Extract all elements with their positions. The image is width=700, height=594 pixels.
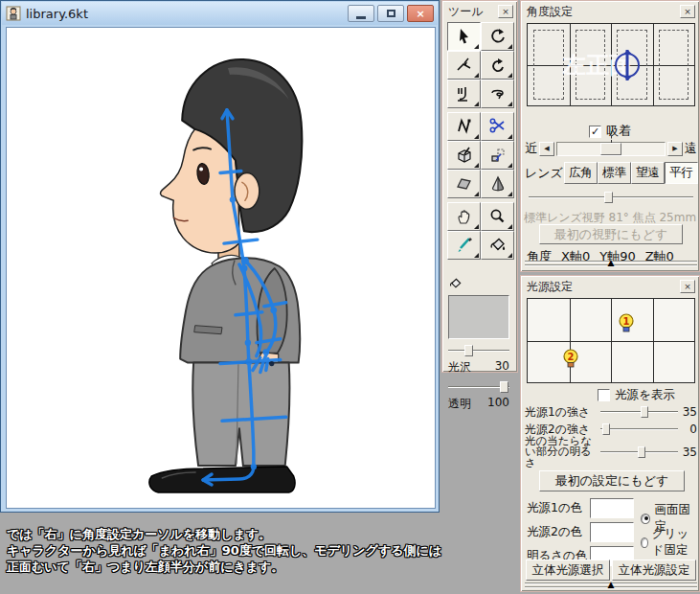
tool-palette-close-button[interactable]: ×: [498, 5, 513, 18]
close-icon: ×: [502, 8, 509, 16]
light1-color-label: 光源1の色: [527, 500, 590, 516]
light1-strength-slider[interactable]: [600, 405, 678, 419]
stereo-light-select-label: 立体光源選択: [532, 562, 604, 579]
tool-palette-title: ツール: [448, 4, 484, 20]
material-area: 光沢 30 透明 100: [448, 277, 513, 412]
close-icon: ×: [684, 283, 691, 291]
lens-standard-button[interactable]: 標準: [598, 162, 631, 184]
lens-slider-thumb[interactable]: [604, 192, 613, 203]
rotate-view-tool[interactable]: [481, 22, 514, 51]
transparency-slider-thumb[interactable]: [500, 381, 508, 393]
hand-icon: [455, 208, 474, 225]
tool-palette-titlebar[interactable]: ツール ×: [442, 1, 517, 20]
reset-view-button[interactable]: 最初の視野にもどす: [539, 224, 683, 244]
mirror-lines-icon: [455, 85, 474, 103]
close-icon: ×: [416, 8, 424, 20]
light-bulb-1[interactable]: 1: [618, 313, 635, 334]
zoom-farther-button[interactable]: ▶: [667, 142, 683, 156]
gloss-slider[interactable]: [448, 344, 509, 357]
mirror-lines-tool[interactable]: [447, 80, 481, 108]
duplicate-tool[interactable]: [481, 141, 514, 170]
lens-tele-label: 望遠: [636, 165, 660, 179]
lens-tele-button[interactable]: 望遠: [631, 162, 665, 184]
gloss-slider-thumb[interactable]: [464, 345, 473, 356]
transparency-slider[interactable]: [448, 380, 509, 394]
watermark-left: 左: [563, 50, 586, 80]
ambient-brightness-slider[interactable]: [600, 446, 678, 459]
hand-pan-tool[interactable]: [447, 202, 481, 231]
light2-slider-track[interactable]: [600, 428, 678, 430]
window-titlebar[interactable]: library.6kt ×: [2, 2, 438, 25]
transparency-value: 100: [487, 396, 509, 412]
zoom-nearer-button[interactable]: ◀: [539, 142, 554, 156]
face-quad-icon: [455, 175, 474, 193]
show-light-checkbox[interactable]: [598, 389, 610, 401]
light-panel-titlebar[interactable]: 光源設定 ×: [521, 276, 699, 295]
gloss-slider-track[interactable]: [448, 350, 509, 352]
triangle-marker-icon[interactable]: ▲: [608, 581, 615, 589]
angle-direction-grid[interactable]: 左 正面: [527, 23, 695, 106]
distance-scrollbar[interactable]: [556, 142, 666, 156]
left-arrow-icon: ◀: [544, 145, 549, 152]
lens-label: レンズ: [525, 165, 563, 182]
minimize-button[interactable]: [348, 5, 374, 22]
eyedropper-tool[interactable]: [447, 231, 481, 260]
angle-cursor[interactable]: [615, 53, 640, 78]
reset-light-settings-button[interactable]: 最初の設定にもどす: [539, 470, 685, 491]
far-label: 遠: [685, 140, 697, 157]
lasso-icon: [488, 85, 508, 103]
scissors-tool[interactable]: [481, 112, 514, 141]
lasso-tool[interactable]: [481, 80, 514, 108]
angle-panel-close-button[interactable]: ×: [680, 5, 695, 18]
light2-strength-slider[interactable]: [600, 423, 678, 436]
close-button[interactable]: ×: [407, 5, 434, 22]
window-title: library.6kt: [26, 7, 88, 21]
ambient-brightness-label: 光の当たらな い部分の明るさ: [525, 436, 600, 469]
triangle-marker-icon[interactable]: ▲: [608, 259, 615, 267]
ambient-slider-thumb[interactable]: [638, 446, 645, 458]
angle-panel-titlebar[interactable]: 角度設定 ×: [521, 1, 699, 20]
light1-slider-thumb[interactable]: [641, 406, 648, 418]
right-arrow-icon: ▶: [672, 145, 677, 152]
angle-fine-slider[interactable]: ▲: [525, 261, 697, 269]
light-bulb-2[interactable]: 2: [562, 349, 579, 370]
light-position-grid[interactable]: 1 2: [527, 298, 695, 383]
light2-slider-thumb[interactable]: [602, 423, 610, 435]
light1-slider-track[interactable]: [600, 411, 678, 413]
lens-wide-button[interactable]: 広角: [564, 162, 598, 184]
reset-light-settings-label: 最初の設定にもどす: [555, 472, 669, 490]
rotate-object-tool[interactable]: [481, 51, 514, 80]
model-canvas[interactable]: [6, 27, 436, 509]
light1-color-swatch[interactable]: [590, 498, 634, 518]
snap-checkbox[interactable]: ✓: [589, 126, 601, 138]
light2-color-swatch[interactable]: [590, 522, 634, 542]
light-fine-slider[interactable]: ▲: [525, 583, 697, 591]
ambient-brightness-value: 35: [678, 446, 697, 459]
gloss-label: 光沢: [448, 359, 471, 376]
zoom-tool[interactable]: [481, 202, 514, 231]
stereo-light-setting-button[interactable]: 立体光源設定: [612, 560, 696, 581]
solid-box-tool[interactable]: [447, 141, 481, 170]
material-color-swatch[interactable]: [448, 295, 509, 339]
face-tool[interactable]: [447, 170, 481, 198]
maximize-button[interactable]: [377, 5, 404, 22]
distance-scrollbar-thumb[interactable]: [600, 143, 621, 155]
app-icon: [6, 6, 21, 21]
minimize-icon: [356, 16, 366, 19]
gloss-value: 30: [495, 359, 509, 376]
primitive-cone-tool[interactable]: [481, 170, 514, 198]
lens-parallel-button[interactable]: 平行: [665, 162, 698, 184]
curve-tool[interactable]: [447, 112, 481, 141]
stereo-light-setting-label: 立体光源設定: [619, 562, 690, 579]
select-tool[interactable]: [447, 22, 481, 51]
maximize-icon: [387, 10, 395, 17]
light-panel-close-button[interactable]: ×: [680, 280, 695, 293]
character-model: [7, 28, 435, 508]
lens-slider[interactable]: [529, 191, 693, 204]
fix-grid-radio[interactable]: [641, 537, 648, 548]
move-vertex-tool[interactable]: [447, 51, 481, 80]
fix-screen-radio[interactable]: [641, 514, 650, 524]
stereo-light-select-button[interactable]: 立体光源選択: [526, 560, 610, 581]
lens-wide-label: 広角: [569, 165, 593, 179]
paint-bucket-tool[interactable]: [481, 231, 514, 260]
